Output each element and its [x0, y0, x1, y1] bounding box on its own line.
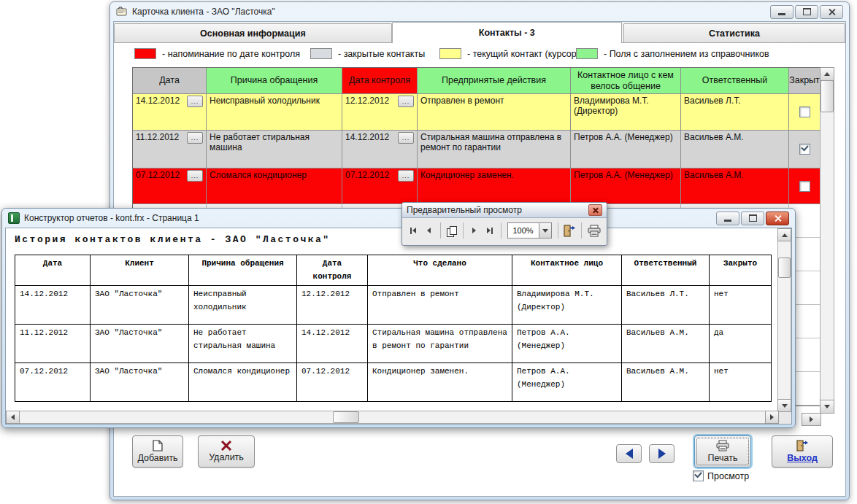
report-minimize-button[interactable]: [716, 212, 739, 225]
tab-main-info[interactable]: Основная информация: [114, 23, 392, 42]
report-col-contact: Контактное лицо: [512, 255, 622, 286]
client-card-titlebar[interactable]: Карточка клиента - ЗАО "Ласточка": [110, 2, 849, 21]
report-cell: 07.12.2012: [297, 363, 368, 402]
preview-close-button[interactable]: [588, 204, 602, 216]
date-picker-button[interactable]: ...: [187, 96, 203, 107]
prev-record-button[interactable]: [616, 444, 642, 463]
legend-reference-label: - Поля с заполнением из справочников: [604, 49, 769, 59]
left-arrow-icon: [11, 414, 15, 420]
add-button[interactable]: Добавить: [132, 435, 183, 468]
grid-scroll-up-button[interactable]: [820, 67, 834, 81]
closed-checkbox[interactable]: [799, 181, 810, 192]
page-list-button[interactable]: [445, 222, 458, 239]
preview-checkbox-label: Просмотр: [707, 471, 749, 481]
grid-scroll-thumb[interactable]: [821, 80, 834, 112]
add-button-label: Добавить: [137, 453, 177, 463]
minimize-button[interactable]: [770, 5, 793, 19]
date-picker-button[interactable]: ...: [398, 96, 414, 107]
grid-scroll-right-button[interactable]: [802, 413, 821, 426]
resize-grip[interactable]: [779, 412, 791, 424]
exit-button[interactable]: Выход: [772, 435, 833, 468]
new-document-icon: [153, 440, 163, 451]
close-button[interactable]: [820, 5, 843, 19]
report-vertical-scrollbar[interactable]: [777, 228, 791, 412]
legend-reference: - Поля с заполнением из справочников: [576, 48, 769, 59]
closed-checkbox[interactable]: [799, 144, 810, 155]
minimize-icon: [724, 220, 731, 222]
tab-statistics[interactable]: Статистика: [623, 23, 845, 42]
next-page-button[interactable]: [467, 222, 480, 239]
column-header-responsible: Ответственный: [681, 68, 789, 94]
maximize-icon: [803, 8, 811, 15]
up-arrow-icon: [824, 72, 830, 76]
date-value: 14.12.2012: [136, 96, 180, 106]
zoom-dropdown-button[interactable]: [539, 223, 551, 238]
print-button-label: Печать: [708, 453, 738, 463]
report-cell: Сломался кондиционер: [189, 363, 297, 402]
report-col-done: Что сделано: [368, 255, 512, 286]
grid-scroll-down-button[interactable]: [820, 400, 834, 414]
report-scroll-down-button[interactable]: [777, 399, 791, 412]
report-cell: 07.12.2012: [15, 363, 91, 402]
print-report-button[interactable]: [586, 222, 602, 239]
delete-button[interactable]: Удалить: [198, 435, 255, 468]
tab-contacts[interactable]: Контакты - 3: [392, 22, 622, 43]
report-col-control-date: Дата контроля: [297, 255, 368, 286]
column-header-reason: Причина обращения: [207, 68, 342, 94]
date-picker-button[interactable]: ...: [398, 132, 414, 144]
closed-checkbox[interactable]: [799, 106, 810, 117]
report-cell: ЗАО "Ласточка": [91, 286, 189, 325]
cell-closed: [789, 131, 821, 168]
cell-reason: Не работает стиральная машина: [207, 131, 342, 168]
tabstrip: Основная информация Контакты - 3 Статист…: [114, 22, 845, 43]
grid-vertical-scrollbar[interactable]: [820, 67, 834, 414]
report-cell: 11.12.2012: [15, 325, 91, 363]
restore-icon: [749, 214, 757, 222]
report-cell: ЗАО "Ласточка": [91, 363, 189, 402]
report-cell: Васильев А.М.: [622, 363, 710, 402]
report-scroll-right-button[interactable]: [765, 411, 779, 424]
minimize-icon: [778, 13, 785, 15]
legend-reminder-label: - напоминание по дате контроля: [162, 49, 300, 59]
report-hscroll-thumb[interactable]: [333, 411, 359, 423]
report-scroll-left-button[interactable]: [6, 411, 20, 424]
report-close-button[interactable]: [766, 212, 789, 225]
date-picker-button[interactable]: ...: [187, 132, 203, 144]
report-row: 11.12.2012 ЗАО "Ласточка" Не работает ст…: [15, 325, 772, 363]
first-page-button[interactable]: [407, 222, 420, 239]
report-cell: Васильев Л.Т.: [622, 286, 710, 325]
last-page-button[interactable]: [483, 222, 496, 239]
print-button[interactable]: Печать: [694, 435, 751, 468]
zoom-combobox[interactable]: 100%: [507, 222, 552, 239]
report-horizontal-scrollbar[interactable]: [6, 411, 779, 424]
cell-closed: [789, 168, 821, 204]
report-row: 14.12.2012 ЗАО "Ласточка" Неисправный хо…: [15, 286, 772, 325]
report-cell: 14.12.2012: [297, 325, 368, 363]
column-header-closed: Закрыт: [789, 68, 821, 94]
report-cell: Не работает стиральная машина: [189, 325, 297, 363]
separator: [581, 222, 582, 239]
maximize-button[interactable]: [795, 5, 818, 19]
preview-checkbox-row: Просмотр: [693, 470, 749, 481]
legend-reminder: - напоминание по дате контроля: [134, 48, 300, 59]
report-col-reason: Причина обращения: [189, 255, 297, 286]
report-titlebar[interactable]: Конструктор отчетов - kont.frx - Страниц…: [2, 209, 795, 228]
cell-contact: Петров А.А. (Менеджер): [571, 168, 681, 204]
left-arrow-icon: [626, 449, 633, 459]
close-preview-button[interactable]: [562, 222, 577, 239]
next-record-button[interactable]: [649, 444, 675, 463]
report-col-client: Клиент: [91, 255, 189, 286]
right-arrow-icon: [472, 228, 476, 233]
cell-control-date: 14.12.2012 ...: [342, 131, 418, 168]
preview-checkbox[interactable]: [693, 470, 704, 481]
cell-date: 07.12.2012 ...: [133, 168, 207, 204]
report-restore-button[interactable]: [741, 212, 764, 225]
date-picker-button[interactable]: ...: [187, 170, 203, 182]
report-scroll-up-button[interactable]: [777, 228, 791, 241]
prev-page-button[interactable]: [422, 222, 435, 239]
preview-titlebar[interactable]: Предварительный просмотр: [402, 203, 607, 218]
preview-toolbar-window: Предварительный просмотр 100%: [401, 202, 607, 246]
report-vscroll-thumb[interactable]: [778, 257, 791, 278]
date-picker-button[interactable]: ...: [398, 170, 414, 182]
legend-current: - текущий контакт (курсор): [439, 48, 580, 59]
